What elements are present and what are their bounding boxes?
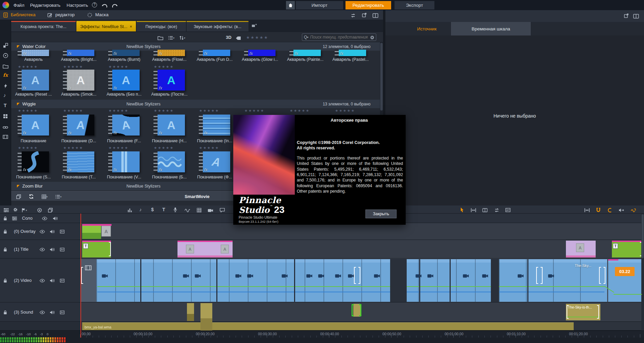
selection-bracket[interactable] <box>359 304 361 316</box>
search-icon[interactable]: Q <box>304 35 307 40</box>
menu-edit[interactable]: Редактировать <box>30 3 61 8</box>
multicam-grid-icon[interactable] <box>197 207 201 213</box>
view-mode-icon[interactable]: ▾ <box>168 35 174 40</box>
thumb-rating[interactable]: ★★★★★ <box>154 108 174 113</box>
effect-thumb[interactable]: fx <box>63 151 94 172</box>
timeline-scrollbar[interactable] <box>641 214 644 330</box>
effect-thumb[interactable]: fx <box>108 151 140 172</box>
insert-mode-icon[interactable] <box>482 207 487 213</box>
effect-thumb[interactable]: fx <box>335 50 366 56</box>
eye-icon[interactable] <box>40 229 45 234</box>
select-cursor-icon[interactable] <box>460 207 464 213</box>
thumb-rating[interactable]: ★★★★★ <box>63 65 84 69</box>
edit-mode-button[interactable]: Редактировать <box>345 1 391 9</box>
camera-icon[interactable] <box>59 247 65 252</box>
effect-thumb[interactable]: fx <box>289 50 321 56</box>
trim-bracket[interactable] <box>541 267 543 284</box>
copy-icon[interactable] <box>16 194 21 199</box>
lock-icon[interactable] <box>3 309 7 314</box>
trim-bracket[interactable] <box>603 267 605 284</box>
effect-thumb[interactable]: Afx <box>63 70 94 91</box>
effect-thumb[interactable]: fx <box>63 50 94 56</box>
tab-source[interactable]: Источник <box>402 22 451 35</box>
disc-icon[interactable] <box>3 53 8 58</box>
thumb-rating[interactable]: ★★★★★ <box>109 108 129 113</box>
speaker-icon[interactable] <box>50 278 55 283</box>
speaker-icon[interactable] <box>50 309 55 314</box>
music-clip[interactable]: bmx_ya-bal.wma <box>82 322 574 330</box>
thumb-rating[interactable]: ★★★★★ <box>290 108 310 113</box>
thumb-rating[interactable]: ★★★★★ <box>63 146 84 150</box>
video-clip-last[interactable] <box>608 259 644 302</box>
video-green-line[interactable] <box>614 294 642 295</box>
preview-frame-icon[interactable] <box>505 207 510 212</box>
dual-view-icon[interactable] <box>373 13 378 18</box>
voiceover-mic-icon[interactable] <box>173 207 177 212</box>
track-manager-icon[interactable] <box>3 207 9 213</box>
detach-panel-icon[interactable] <box>362 12 367 18</box>
camera-icon[interactable] <box>59 310 65 315</box>
thumb-rating[interactable]: ★★★★★ <box>154 146 174 150</box>
sync-icon[interactable] <box>29 194 34 199</box>
sort-icon[interactable]: ▾ <box>179 35 185 40</box>
video-clip-run[interactable] <box>96 259 491 302</box>
trim-bracket[interactable] <box>109 242 111 256</box>
title-clip[interactable]: A <box>566 241 596 258</box>
import-button[interactable]: Импорт <box>296 1 343 9</box>
close-dialog-button[interactable]: Закрыть <box>365 210 397 218</box>
effect-thumb[interactable]: Afx <box>108 115 140 136</box>
effect-thumb[interactable]: Afx <box>199 151 230 172</box>
trim-bracket[interactable] <box>536 267 538 284</box>
export-clip-icon[interactable] <box>48 207 53 213</box>
thumb-rating[interactable]: ★★★★★ <box>199 108 219 113</box>
add-tab-icon[interactable] <box>252 22 257 27</box>
tag-filter-icon[interactable] <box>236 35 241 40</box>
timeline-ruler[interactable] <box>80 330 644 338</box>
video-green-line[interactable] <box>97 286 604 287</box>
rating-filter-stars[interactable]: ★★★★★ <box>246 35 268 40</box>
tab-timeline-preview[interactable]: Временная шкала <box>451 22 531 35</box>
thumb-rating[interactable]: ★★★★★ <box>109 146 129 150</box>
camera-icon[interactable] <box>59 229 65 234</box>
transitions-icon[interactable] <box>4 83 7 89</box>
trim-bracket[interactable] <box>81 267 83 284</box>
track-body-overlay[interactable] <box>80 223 644 240</box>
collections-icon[interactable] <box>3 43 8 48</box>
lock-icon[interactable] <box>3 278 7 283</box>
search-clear-icon[interactable] <box>370 35 374 40</box>
eye-icon[interactable] <box>42 216 47 221</box>
timeline-bottom-strip[interactable] <box>80 338 644 343</box>
speaker-icon[interactable] <box>50 246 55 251</box>
section-header-wiggle[interactable]: Wiggle NewBlue Stylizers 13 элементов, 0… <box>11 100 380 108</box>
record-icon[interactable] <box>37 207 42 213</box>
effect-thumb[interactable]: Afx <box>18 70 49 91</box>
thumb-rating[interactable]: ★★★★★ <box>18 108 38 113</box>
title-clip[interactable]: A A <box>177 241 233 258</box>
thumb-rating[interactable]: ★★★★★ <box>18 146 38 150</box>
trim-bracket[interactable] <box>597 305 599 319</box>
list-view-icon[interactable]: ▾ <box>55 194 62 199</box>
lock-icon[interactable] <box>3 229 7 234</box>
thumb-rating[interactable]: ★★★★★ <box>335 108 355 113</box>
media-folder-icon[interactable] <box>3 63 8 69</box>
thumb-rating[interactable]: ★★★★★ <box>109 65 129 69</box>
export-button[interactable]: Экспорт <box>395 1 434 9</box>
menu-file[interactable]: Файл <box>14 3 24 8</box>
titles-icon[interactable]: T <box>4 103 7 108</box>
detach-preview-icon[interactable] <box>624 13 629 18</box>
redo-icon[interactable] <box>112 3 118 8</box>
speaker-icon[interactable] <box>53 216 58 221</box>
magnet-snap-icon[interactable] <box>596 207 601 213</box>
trim-bracket[interactable] <box>358 267 360 284</box>
tab-mask[interactable]: Маска <box>87 12 109 18</box>
effect-thumb[interactable]: fx <box>18 50 49 56</box>
effects-fx-icon[interactable]: fx <box>3 72 8 78</box>
search-caret-icon[interactable]: ▾ <box>307 36 308 39</box>
eye-icon[interactable] <box>40 310 45 315</box>
dynamic-trim-icon[interactable] <box>584 207 590 213</box>
overlay-clip[interactable] <box>82 226 101 239</box>
library-tab-effects-active[interactable]: Эффекты: NewBlue St... × <box>76 21 136 31</box>
trim-bracket[interactable] <box>599 267 601 284</box>
trim-bracket[interactable] <box>354 267 356 284</box>
eye-icon[interactable] <box>40 247 45 252</box>
